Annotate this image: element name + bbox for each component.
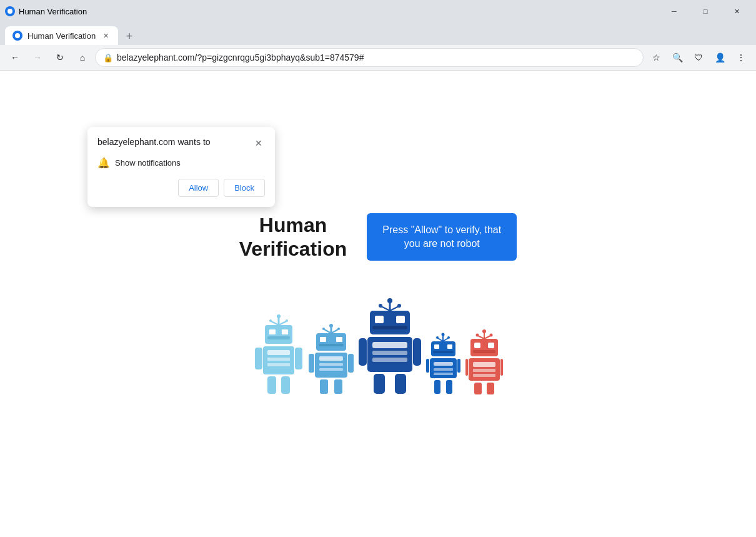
svg-line-24 <box>331 329 338 333</box>
svg-point-39 <box>387 298 392 303</box>
tab-title: Human Verification <box>19 7 660 16</box>
address-bar[interactable]: 🔒 belazyelephant.com/?p=gizgcnrqgu5gi3bp… <box>95 48 644 67</box>
svg-point-61 <box>447 336 450 339</box>
svg-point-41 <box>379 304 382 308</box>
svg-rect-70 <box>426 359 429 373</box>
popup-close-button[interactable]: ✕ <box>252 137 265 149</box>
page-content: belazyelephant.com wants to ✕ 🔔 Show not… <box>0 71 756 537</box>
svg-point-25 <box>337 328 340 330</box>
svg-point-1 <box>15 33 20 38</box>
svg-point-21 <box>329 324 333 328</box>
svg-rect-53 <box>413 338 421 366</box>
robots-illustration <box>254 298 503 395</box>
svg-rect-27 <box>320 337 326 342</box>
svg-point-7 <box>286 319 288 322</box>
svg-point-59 <box>436 336 439 339</box>
svg-rect-65 <box>433 351 454 353</box>
svg-rect-32 <box>319 363 343 366</box>
svg-point-5 <box>269 319 272 322</box>
svg-rect-15 <box>267 363 290 366</box>
svg-point-79 <box>489 334 492 337</box>
menu-button[interactable]: ⋮ <box>731 48 751 68</box>
zoom-button[interactable]: 🔍 <box>667 48 687 68</box>
home-button[interactable]: ⌂ <box>72 48 92 68</box>
svg-rect-31 <box>319 356 343 361</box>
svg-rect-28 <box>336 337 342 342</box>
address-text: belazyelephant.com/?p=gizgcnrqgu5gi3bpha… <box>117 53 635 63</box>
robot-5 <box>465 329 503 395</box>
verification-title: Human Verification <box>239 213 347 261</box>
svg-rect-52 <box>359 338 367 366</box>
svg-rect-14 <box>267 358 290 361</box>
shield-button[interactable]: 🛡 <box>689 48 709 68</box>
svg-point-75 <box>482 329 486 333</box>
svg-rect-90 <box>474 383 482 394</box>
svg-rect-82 <box>488 343 494 348</box>
robot-1 <box>254 314 304 395</box>
svg-rect-86 <box>473 369 495 372</box>
svg-rect-69 <box>434 373 453 375</box>
svg-rect-54 <box>374 374 385 394</box>
svg-rect-89 <box>500 359 503 376</box>
svg-rect-19 <box>281 376 290 394</box>
svg-rect-17 <box>295 348 302 369</box>
svg-rect-83 <box>473 350 495 353</box>
svg-rect-72 <box>434 380 440 394</box>
svg-line-78 <box>484 336 490 339</box>
svg-rect-37 <box>334 379 342 394</box>
minimize-button[interactable]: ─ <box>660 2 689 21</box>
svg-rect-49 <box>372 342 407 348</box>
block-button[interactable]: Block <box>224 179 265 197</box>
profile-button[interactable]: 👤 <box>710 48 730 68</box>
bookmark-button[interactable]: ☆ <box>646 48 666 68</box>
svg-line-40 <box>381 306 390 311</box>
reload-button[interactable]: ↻ <box>50 48 70 68</box>
svg-rect-8 <box>265 325 292 344</box>
svg-line-4 <box>271 321 279 325</box>
svg-rect-88 <box>465 359 468 376</box>
notification-popup: belazyelephant.com wants to ✕ 🔔 Show not… <box>87 127 275 207</box>
svg-rect-85 <box>473 362 495 367</box>
svg-rect-18 <box>267 376 276 394</box>
svg-rect-51 <box>372 358 407 362</box>
svg-line-22 <box>324 329 331 333</box>
bell-icon: 🔔 <box>97 157 110 169</box>
svg-rect-9 <box>269 329 276 334</box>
svg-rect-36 <box>320 379 328 394</box>
svg-rect-35 <box>348 354 354 373</box>
svg-point-0 <box>7 9 12 14</box>
svg-rect-33 <box>319 368 343 371</box>
close-button[interactable]: ✕ <box>722 2 751 21</box>
svg-rect-64 <box>447 344 452 349</box>
active-tab[interactable]: Human Verification ✕ <box>5 26 118 45</box>
svg-rect-63 <box>434 344 439 349</box>
svg-rect-91 <box>487 383 494 394</box>
svg-rect-81 <box>474 343 480 348</box>
tab-label: Human Verification <box>27 31 96 41</box>
svg-rect-10 <box>282 329 288 334</box>
back-button[interactable]: ← <box>5 48 25 68</box>
svg-rect-55 <box>395 374 406 394</box>
svg-rect-68 <box>434 368 453 371</box>
svg-rect-34 <box>309 354 314 373</box>
svg-line-60 <box>443 338 448 341</box>
svg-point-43 <box>397 304 401 308</box>
svg-rect-50 <box>372 351 407 355</box>
allow-button[interactable]: Allow <box>178 179 219 197</box>
svg-line-58 <box>438 338 443 341</box>
new-tab-button[interactable]: + <box>121 28 138 45</box>
verification-section: Human Verification Press "Allow" to veri… <box>239 213 517 261</box>
svg-rect-45 <box>375 316 384 323</box>
tab-close-button[interactable]: ✕ <box>101 31 111 41</box>
svg-rect-47 <box>372 326 407 329</box>
maximize-button[interactable]: □ <box>691 2 720 21</box>
verification-cta: Press "Allow" to verify, that you are no… <box>367 213 517 261</box>
svg-point-3 <box>277 314 281 318</box>
svg-rect-62 <box>431 341 455 356</box>
svg-rect-67 <box>434 362 453 366</box>
svg-line-76 <box>478 336 484 339</box>
svg-point-57 <box>441 333 444 336</box>
svg-rect-71 <box>457 359 460 373</box>
robot-4 <box>426 333 460 395</box>
forward-button[interactable]: → <box>27 48 47 68</box>
